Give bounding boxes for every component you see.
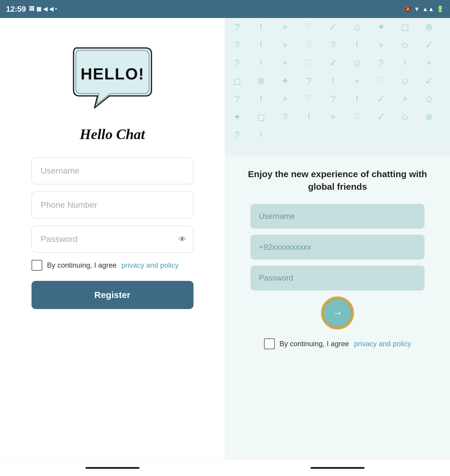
pattern-icon: ? xyxy=(273,108,297,126)
pattern-icon: ! xyxy=(393,54,417,72)
pattern-icon: ✦ xyxy=(369,18,393,36)
pattern-icon: ☺ xyxy=(393,36,417,54)
pattern-icon: ! xyxy=(249,36,273,54)
pattern-icon: ! xyxy=(345,90,369,108)
pattern-icon: ! xyxy=(249,54,273,72)
pattern-icon: ☺ xyxy=(345,18,369,36)
pattern-icon: + xyxy=(417,54,441,72)
password-wrapper-left: 👁 xyxy=(32,226,194,253)
pattern-icon: ✓ xyxy=(369,90,393,108)
tagline: Enjoy the new experience of chatting wit… xyxy=(243,168,432,193)
pattern-icon: ◻ xyxy=(393,18,417,36)
pattern-icon: ? xyxy=(225,90,249,108)
pattern-icon: ⊕ xyxy=(417,18,441,36)
right-form xyxy=(250,204,424,290)
pattern-icon: ✓ xyxy=(321,18,345,36)
pattern-icon: ✓ xyxy=(369,108,393,126)
terms-label-right: By continuing, I agree xyxy=(280,340,349,348)
privacy-link-right[interactable]: privacy and policy xyxy=(354,340,411,348)
right-panel: ? ! + ♡ ✓ ☺ ✦ ◻ ⊕ ? ! + ♡ ? ! + ☺ ✓ ? ! xyxy=(225,18,450,459)
status-time: 12:59 🖼▦◀◀• xyxy=(6,4,57,14)
pattern-icon: ◻ xyxy=(249,108,273,126)
pattern-icon: ! xyxy=(249,90,273,108)
pattern-background: ? ! + ♡ ✓ ☺ ✦ ◻ ⊕ ? ! + ♡ ? ! + ☺ ✓ ? ! xyxy=(225,18,450,156)
pattern-icon: ⊕ xyxy=(417,108,441,126)
pattern-icon: + xyxy=(321,108,345,126)
right-nav-indicator xyxy=(310,467,364,469)
pattern-icon: ! xyxy=(297,108,321,126)
pattern-icon: ♡ xyxy=(369,72,393,90)
pattern-icon: ! xyxy=(345,36,369,54)
mute-icon: 🔕 xyxy=(404,5,412,13)
pattern-icon: ☺ xyxy=(417,90,441,108)
pattern-icon: ✓ xyxy=(417,36,441,54)
pattern-icon: ! xyxy=(321,72,345,90)
left-nav-indicator xyxy=(86,467,140,469)
pattern-icon: ? xyxy=(225,36,249,54)
username-input-right[interactable] xyxy=(250,204,424,229)
pattern-icon: + xyxy=(273,90,297,108)
pattern-icon: ♡ xyxy=(297,18,321,36)
bottom-nav-bar xyxy=(0,459,450,476)
phone-input-left[interactable] xyxy=(32,192,194,219)
pattern-icon: ♡ xyxy=(345,108,369,126)
wifi-icon: ▼ xyxy=(414,6,420,13)
pattern-icon: ⊕ xyxy=(249,72,273,90)
pattern-icon: ☺ xyxy=(393,72,417,90)
pattern-icon: + xyxy=(273,36,297,54)
pattern-icon: ? xyxy=(321,36,345,54)
right-form-section: Enjoy the new experience of chatting wit… xyxy=(225,156,450,361)
password-input-left[interactable] xyxy=(32,226,194,253)
status-bar: 12:59 🖼▦◀◀• 🔕 ▼ ▲▲ 🔋 xyxy=(0,0,450,18)
register-button[interactable]: Register xyxy=(32,281,194,309)
signal-icon: ▲▲ xyxy=(422,6,434,13)
pattern-icon: ♡ xyxy=(297,90,321,108)
password-toggle-icon[interactable]: 👁 xyxy=(178,235,186,244)
terms-label-left: By continuing, I agree xyxy=(47,261,117,269)
hello-logo: HELLO! xyxy=(68,39,158,117)
battery-icon: 🔋 xyxy=(436,5,444,13)
time-display: 12:59 xyxy=(6,4,26,14)
main-content: HELLO! Hello Chat 👁 By continuing, I agr… xyxy=(0,18,450,459)
privacy-link-left[interactable]: privacy and policy xyxy=(122,261,179,269)
app-title: Hello Chat xyxy=(80,126,145,142)
left-form: 👁 By continuing, I agree privacy and pol… xyxy=(32,157,194,309)
pattern-icon: ♡ xyxy=(297,54,321,72)
pattern-icon: + xyxy=(393,90,417,108)
left-panel: HELLO! Hello Chat 👁 By continuing, I agr… xyxy=(0,18,225,459)
pattern-icon: + xyxy=(273,54,297,72)
submit-circle-button[interactable]: → xyxy=(321,296,354,329)
pattern-icon: + xyxy=(273,18,297,36)
pattern-icon: ◻ xyxy=(225,72,249,90)
pattern-icon: ? xyxy=(321,90,345,108)
pattern-icon: ! xyxy=(249,126,273,144)
pattern-icon: ? xyxy=(225,126,249,144)
pattern-icon: ☺ xyxy=(393,108,417,126)
svg-text:HELLO!: HELLO! xyxy=(80,65,144,83)
pattern-icon: ✓ xyxy=(321,54,345,72)
pattern-icon: ✦ xyxy=(225,108,249,126)
pattern-area: ? ! + ♡ ✓ ☺ ✦ ◻ ⊕ ? ! + ♡ ? ! + ☺ ✓ ? ! xyxy=(225,18,450,156)
pattern-icon: + xyxy=(369,36,393,54)
status-icons-right: 🔕 ▼ ▲▲ 🔋 xyxy=(404,5,444,13)
phone-input-right[interactable] xyxy=(250,235,424,260)
password-input-right[interactable] xyxy=(250,266,424,290)
pattern-icon: + xyxy=(345,72,369,90)
terms-checkbox-left[interactable] xyxy=(32,260,42,271)
pattern-icon: ? xyxy=(369,54,393,72)
terms-row-left: By continuing, I agree privacy and polic… xyxy=(32,260,194,271)
pattern-icon: ? xyxy=(297,72,321,90)
pattern-icon: ? xyxy=(225,18,249,36)
pattern-icon: ! xyxy=(249,18,273,36)
pattern-icon: ☺ xyxy=(345,54,369,72)
terms-row-right: By continuing, I agree privacy and polic… xyxy=(264,338,411,349)
username-input-left[interactable] xyxy=(32,157,194,184)
arrow-right-icon: → xyxy=(332,307,343,319)
pattern-icon: ✦ xyxy=(273,72,297,90)
pattern-icon: ♡ xyxy=(297,36,321,54)
logo-container: HELLO! xyxy=(64,36,160,120)
pattern-icon: ✓ xyxy=(417,72,441,90)
terms-checkbox-right[interactable] xyxy=(264,338,275,349)
pattern-icon: ? xyxy=(225,54,249,72)
status-icons-left: 🖼▦◀◀• xyxy=(29,6,57,12)
